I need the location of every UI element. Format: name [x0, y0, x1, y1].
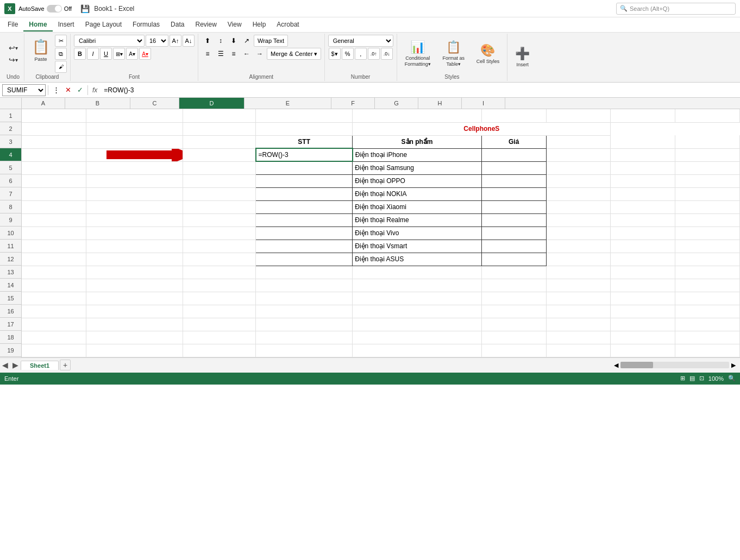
cell-c3[interactable] [183, 135, 256, 148]
row-header-5[interactable]: 5 [0, 161, 21, 174]
tab-acrobat[interactable]: Acrobat [271, 18, 304, 32]
cell-f4[interactable] [481, 148, 546, 161]
col-header-a[interactable]: A [22, 98, 65, 109]
cell-c14[interactable] [183, 279, 256, 292]
row-header-10[interactable]: 10 [0, 226, 21, 240]
border-button[interactable]: ⊞▾ [113, 48, 125, 60]
cell-c16[interactable] [183, 305, 256, 318]
cell-i8[interactable] [675, 200, 740, 213]
row-header-6[interactable]: 6 [0, 174, 21, 187]
text-rotate-button[interactable]: ↗ [241, 35, 253, 47]
cell-i13[interactable] [675, 266, 740, 279]
cell-i3[interactable] [675, 135, 740, 148]
row-header-13[interactable]: 13 [0, 266, 21, 279]
align-right-button[interactable]: ≡ [228, 48, 240, 60]
align-middle-button[interactable]: ↕ [215, 35, 227, 47]
cell-a7[interactable] [22, 187, 86, 200]
increase-decimal-button[interactable]: .0↑ [368, 48, 380, 60]
search-box[interactable]: 🔍 Search (Alt+Q) [616, 3, 736, 15]
cell-a16[interactable] [22, 305, 86, 318]
cell-d4[interactable]: =ROW()-3 [256, 148, 353, 161]
tab-data[interactable]: Data [165, 18, 190, 32]
row-header-7[interactable]: 7 [0, 187, 21, 200]
fill-color-button[interactable]: A▾ [126, 48, 138, 60]
cell-a15[interactable] [22, 292, 86, 305]
cell-f6[interactable] [481, 174, 546, 187]
cell-c1[interactable] [183, 109, 256, 122]
cell-d3[interactable]: STT [256, 135, 353, 148]
cell-g8[interactable] [546, 200, 611, 213]
cell-b15[interactable] [86, 292, 183, 305]
cell-g12[interactable] [546, 253, 611, 266]
row-header-2[interactable]: 2 [0, 122, 21, 135]
wrap-text-button[interactable]: Wrap Text [254, 35, 288, 47]
row-header-12[interactable]: 12 [0, 253, 21, 266]
row-header-3[interactable]: 3 [0, 135, 21, 148]
row-header-15[interactable]: 15 [0, 292, 21, 305]
tab-file[interactable]: File [2, 18, 23, 32]
align-bottom-button[interactable]: ⬇ [228, 35, 240, 47]
col-header-d[interactable]: D [179, 98, 244, 109]
tab-insert[interactable]: Insert [53, 18, 80, 32]
percent-button[interactable]: % [342, 48, 354, 60]
formula-input[interactable] [102, 84, 738, 96]
cell-e15[interactable] [353, 292, 482, 305]
cell-a13[interactable] [22, 266, 86, 279]
cell-f15[interactable] [481, 292, 546, 305]
cell-h16[interactable] [611, 305, 675, 318]
align-top-button[interactable]: ⬆ [202, 35, 214, 47]
underline-button[interactable]: U [100, 48, 112, 60]
cell-g19[interactable] [546, 344, 611, 357]
cell-b17[interactable] [86, 318, 183, 331]
cell-h4[interactable] [611, 148, 675, 161]
cell-f10[interactable] [481, 226, 546, 240]
cell-e10[interactable]: Điện thoại Vivo [353, 226, 482, 240]
cell-b5[interactable] [86, 161, 183, 174]
cell-b7[interactable] [86, 187, 183, 200]
row-header-1[interactable]: 1 [0, 109, 21, 122]
cell-d19[interactable] [256, 344, 353, 357]
cell-i5[interactable] [675, 161, 740, 174]
cell-h7[interactable] [611, 187, 675, 200]
cell-b12[interactable] [86, 253, 183, 266]
cell-i14[interactable] [675, 279, 740, 292]
col-header-c[interactable]: C [130, 98, 179, 109]
bold-button[interactable]: B [74, 48, 86, 60]
cell-f9[interactable] [481, 213, 546, 226]
cell-e1[interactable] [353, 109, 482, 122]
formula-cancel-button[interactable]: ✕ [62, 85, 73, 96]
cell-c7[interactable] [183, 187, 256, 200]
copy-button[interactable]: ⧉ [55, 48, 67, 60]
cell-h1[interactable] [611, 109, 675, 122]
col-header-b[interactable]: B [65, 98, 130, 109]
row-header-18[interactable]: 18 [0, 331, 21, 344]
cell-b3[interactable] [86, 135, 183, 148]
cell-d10[interactable] [256, 226, 353, 240]
cell-i18[interactable] [675, 331, 740, 344]
autosave-toggle[interactable] [47, 5, 62, 12]
cell-g13[interactable] [546, 266, 611, 279]
cell-g15[interactable] [546, 292, 611, 305]
row-header-4[interactable]: 4 [0, 148, 21, 161]
undo-button[interactable]: ↩ ▾ [5, 42, 21, 53]
cell-e5[interactable]: Điện thoại Samsung [353, 161, 482, 174]
sheet-nav-left[interactable]: ◀ [0, 361, 10, 369]
cell-d12[interactable] [256, 253, 353, 266]
row-header-17[interactable]: 17 [0, 318, 21, 331]
cell-d1[interactable] [256, 109, 353, 122]
cell-i17[interactable] [675, 318, 740, 331]
cell-h12[interactable] [611, 253, 675, 266]
cell-a17[interactable] [22, 318, 86, 331]
cell-d13[interactable] [256, 266, 353, 279]
cell-e2[interactable]: CellphoneS [353, 122, 611, 135]
tab-review[interactable]: Review [190, 18, 222, 32]
cell-h15[interactable] [611, 292, 675, 305]
cell-a5[interactable] [22, 161, 86, 174]
cell-e7[interactable]: Điện thoại NOKIA [353, 187, 482, 200]
cell-c6[interactable] [183, 174, 256, 187]
cell-h8[interactable] [611, 200, 675, 213]
scrollbar-track[interactable] [620, 362, 729, 368]
scroll-left-icon[interactable]: ◀ [614, 362, 618, 369]
tab-formulas[interactable]: Formulas [127, 18, 165, 32]
formula-confirm-button[interactable]: ✓ [74, 85, 85, 96]
